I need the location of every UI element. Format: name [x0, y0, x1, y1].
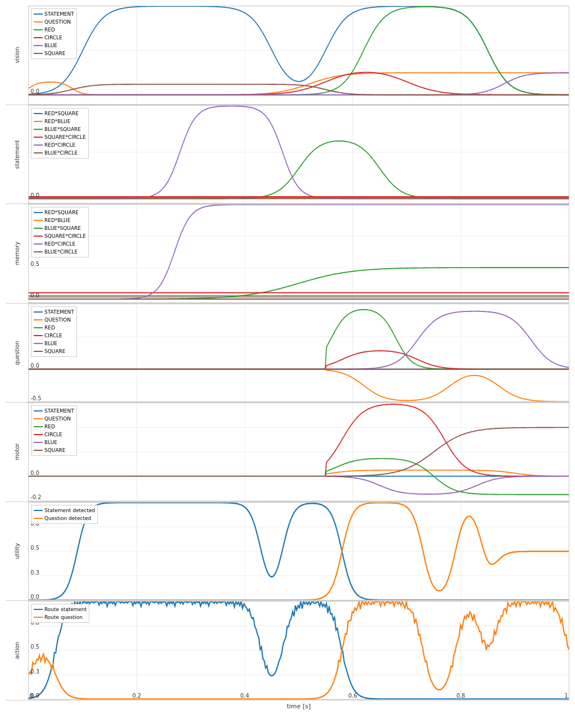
legend-label: CIRCLE	[44, 431, 62, 438]
legend-label: RED*CIRCLE	[44, 141, 75, 149]
legend-item: RED*SQUARE	[34, 110, 86, 117]
legend-label: RED	[44, 26, 55, 34]
y-label-action: action	[6, 601, 28, 700]
legend-color	[34, 144, 43, 146]
legend-item: Question detected	[34, 514, 95, 522]
legend-item: RED*CIRCLE	[34, 240, 86, 248]
svg-text:-0.2: -0.2	[30, 494, 41, 501]
svg-text:0.0: 0.0	[29, 692, 33, 699]
legend-item: QUESTION	[34, 415, 74, 423]
legend-utility: Statement detectedQuestion detected	[31, 505, 98, 524]
legend-item: BLUE*SQUARE	[34, 224, 86, 232]
legend-label: RED*BLUE	[44, 216, 70, 224]
legend-item: RED	[34, 324, 74, 332]
legend-label: BLUE	[44, 438, 57, 446]
legend-label: Statement detected	[44, 507, 95, 514]
legend-item: QUESTION	[34, 18, 74, 26]
chart-container: vision0.00.51.0STATEMENTQUESTIONREDCIRCL…	[0, 0, 575, 728]
legend-label: RED	[44, 423, 55, 431]
svg-text:1.0: 1.0	[564, 692, 569, 699]
legend-label: QUESTION	[44, 316, 71, 324]
legend-label: STATEMENT	[44, 407, 74, 415]
legend-color	[34, 220, 43, 221]
svg-text:0.5: 0.5	[30, 643, 39, 650]
legend-label: SQUARE*CIRCLE	[44, 232, 86, 240]
chart-row-memory: memory0.00.51.01.5RED*SQUARERED*BLUEBLUE…	[6, 204, 569, 304]
chart-row-statement: statement0.00.51.0RED*SQUARERED*BLUEBLUE…	[6, 105, 569, 205]
legend-color	[34, 243, 43, 245]
legend-item: BLUE	[34, 438, 74, 446]
legend-color	[34, 29, 43, 30]
svg-text:0.0: 0.0	[30, 88, 39, 95]
legend-item: SQUARE*CIRCLE	[34, 133, 86, 141]
legend-item: SQUARE	[34, 347, 74, 355]
chart-row-action: action0.00.30.50.81.00.00.20.40.60.81.0R…	[6, 601, 569, 700]
legend-item: SQUARE	[34, 49, 74, 57]
legend-color	[34, 152, 43, 153]
legend-color	[34, 137, 43, 138]
legend-label: RED*BLUE	[44, 117, 70, 125]
legend-color	[34, 53, 43, 54]
svg-text:0.3: 0.3	[30, 668, 39, 675]
legend-memory: RED*SQUARERED*BLUEBLUE*SQUARESQUARE*CIRC…	[31, 207, 89, 257]
legend-item: BLUE	[34, 340, 74, 347]
legend-item: CIRCLE	[34, 34, 74, 42]
chart-area-vision: 0.00.51.0STATEMENTQUESTIONREDCIRCLEBLUES…	[28, 6, 569, 105]
legend-label: BLUE*SQUARE	[44, 125, 81, 133]
svg-text:0.0: 0.0	[30, 191, 39, 198]
legend-item: RED*SQUARE	[34, 209, 86, 216]
legend-item: Route question	[34, 613, 87, 621]
legend-color	[34, 617, 43, 618]
legend-label: STATEMENT	[44, 10, 74, 18]
legend-item: BLUE*CIRCLE	[34, 248, 86, 256]
legend-label: SQUARE	[44, 347, 65, 355]
legend-statement: RED*SQUARERED*BLUEBLUE*SQUARESQUARE*CIRC…	[31, 108, 89, 159]
y-label-statement: statement	[6, 105, 28, 204]
legend-label: RED*CIRCLE	[44, 240, 75, 248]
legend-question: STATEMENTQUESTIONREDCIRCLEBLUESQUARE	[31, 306, 77, 357]
legend-item: RED	[34, 423, 74, 431]
legend-color	[34, 129, 43, 130]
legend-color	[34, 609, 43, 610]
chart-row-motor: motor-0.20.00.20.40.6STATEMENTQUESTIONRE…	[6, 403, 569, 502]
legend-item: Statement detected	[34, 507, 95, 514]
chart-area-action: 0.00.30.50.81.00.00.20.40.60.81.0Route s…	[28, 601, 569, 700]
legend-item: QUESTION	[34, 316, 74, 324]
legend-color	[34, 343, 43, 344]
legend-label: RED*SQUARE	[44, 110, 79, 117]
legend-color	[34, 410, 43, 412]
legend-color	[34, 335, 43, 336]
svg-text:0.3: 0.3	[30, 568, 39, 576]
chart-svg-memory: 0.00.51.01.5	[29, 205, 569, 302]
legend-item: STATEMENT	[34, 308, 74, 316]
legend-color	[34, 37, 43, 38]
chart-row-question: question-0.50.00.51.0STATEMENTQUESTIONRE…	[6, 304, 569, 403]
legend-item: SQUARE*CIRCLE	[34, 232, 86, 240]
legend-color	[34, 518, 43, 519]
legend-item: RED*BLUE	[34, 216, 86, 224]
legend-label: BLUE*CIRCLE	[44, 248, 78, 256]
legend-color	[34, 426, 43, 427]
chart-row-vision: vision0.00.51.0STATEMENTQUESTIONREDCIRCL…	[6, 6, 569, 105]
legend-color	[34, 442, 43, 443]
legend-color	[34, 45, 43, 46]
legend-label: QUESTION	[44, 18, 71, 26]
x-axis-label-bottom: time [s]	[28, 700, 569, 711]
svg-text:0.5: 0.5	[30, 544, 39, 551]
legend-color	[34, 311, 43, 313]
y-label-motor: motor	[6, 403, 28, 501]
svg-text:0.6: 0.6	[348, 692, 357, 699]
svg-text:0.0: 0.0	[30, 469, 39, 476]
svg-text:0.0: 0.0	[30, 593, 39, 600]
legend-label: BLUE	[44, 42, 57, 49]
legend-label: Route statement	[44, 605, 87, 613]
legend-color	[34, 251, 43, 252]
legend-label: BLUE*CIRCLE	[44, 149, 78, 157]
chart-svg-action: 0.00.30.50.81.00.00.20.40.60.81.0	[29, 602, 569, 699]
legend-color	[34, 13, 43, 15]
legend-color	[34, 418, 43, 419]
y-label-utility: utility	[6, 502, 28, 601]
legend-color	[34, 121, 43, 122]
legend-color	[34, 434, 43, 435]
legend-motor: STATEMENTQUESTIONREDCIRCLEBLUESQUARE	[31, 405, 77, 456]
